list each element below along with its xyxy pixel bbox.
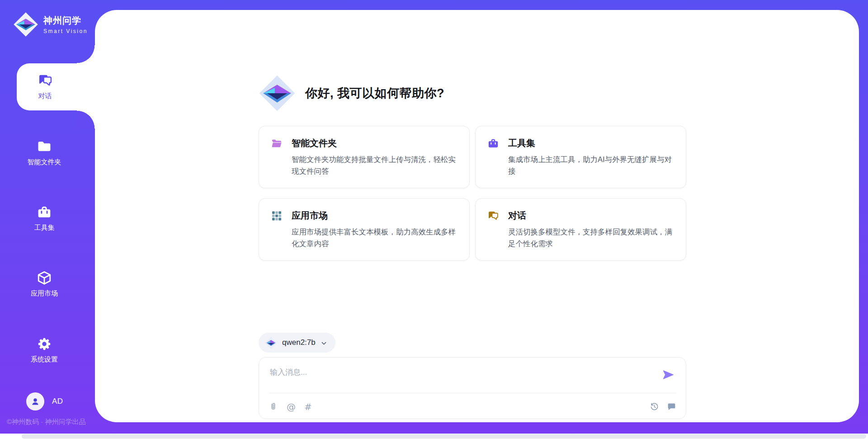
greeting-logo-diamond-icon: [259, 75, 296, 112]
hash-icon[interactable]: #: [304, 402, 312, 411]
card-title: 应用市场: [292, 210, 328, 222]
greeting-title: 你好, 我可以如何帮助你?: [305, 85, 444, 101]
history-icon[interactable]: [650, 402, 659, 411]
sidebar-item-label: 智能文件夹: [28, 158, 61, 167]
message-input[interactable]: [259, 358, 686, 391]
model-selector[interactable]: qwen2:7b: [259, 333, 335, 353]
user-profile[interactable]: AD: [26, 392, 95, 410]
sidebar-item-app-market[interactable]: 应用市场: [0, 261, 95, 307]
greeting: 你好, 我可以如何帮助你?: [259, 75, 686, 112]
card-description: 集成市场上主流工具，助力AI与外界无缝扩展与对接: [508, 154, 674, 177]
card-smart-folder[interactable]: 智能文件夹 智能文件夹功能支持批量文件上传与清洗，轻松实现文件问答: [259, 126, 470, 188]
tab-curve-bottom: [77, 110, 95, 129]
scrollbar-thumb[interactable]: [22, 434, 866, 439]
briefcase-icon: [487, 138, 499, 149]
grid-icon: [271, 210, 283, 222]
sidebar-item-label: 工具集: [34, 224, 55, 232]
horizontal-scrollbar[interactable]: [0, 434, 868, 439]
brand-logo-diamond-icon: [13, 12, 38, 37]
card-description: 智能文件夹功能支持批量文件上传与清洗，轻松实现文件问答: [292, 154, 458, 177]
brand-text: 神州问学 Smart Vision: [43, 12, 88, 34]
cube-icon: [37, 270, 52, 286]
copyright-text: ©神州数码 · 神州问学出品: [7, 418, 95, 426]
card-toolset[interactable]: 工具集 集成市场上主流工具，助力AI与外界无缝扩展与对接: [475, 126, 686, 188]
model-logo-diamond-icon: [265, 337, 277, 349]
card-title: 对话: [508, 210, 526, 222]
app-background: 神州问学 Smart Vision 对话 智能文件夹: [0, 0, 868, 434]
card-description: 灵活切换多模型文件，支持多样回复效果调试，满足个性化需求: [508, 226, 674, 249]
card-chat[interactable]: 对话 灵活切换多模型文件，支持多样回复效果调试，满足个性化需求: [475, 198, 686, 261]
brand: 神州问学 Smart Vision: [0, 0, 95, 63]
brand-title: 神州问学: [43, 14, 88, 27]
sidebar-item-label: 应用市场: [31, 289, 58, 298]
send-icon: [662, 368, 675, 381]
feature-cards: 智能文件夹 智能文件夹功能支持批量文件上传与清洗，轻松实现文件问答: [259, 126, 686, 261]
main-panel: 你好, 我可以如何帮助你? 智能文件夹 智能文件夹功能支持批量文件上传与清洗，轻…: [95, 10, 859, 422]
model-name: qwen2:7b: [282, 338, 316, 347]
card-app-market[interactable]: 应用市场 应用市场提供丰富长文本模板，助力高效生成多样化文章内容: [259, 198, 470, 261]
message-icon[interactable]: [667, 402, 676, 411]
folder-icon: [37, 139, 52, 154]
content-column: 你好, 我可以如何帮助你? 智能文件夹 智能文件夹功能支持批量文件上传与清洗，轻…: [259, 10, 686, 419]
attachment-icon[interactable]: [269, 402, 278, 411]
sidebar-item-label: 系统设置: [31, 355, 58, 364]
send-button[interactable]: [662, 368, 675, 381]
sidebar-item-settings[interactable]: 系统设置: [0, 327, 95, 373]
brand-subtitle: Smart Vision: [43, 28, 88, 34]
sidebar-item-smart-folder[interactable]: 智能文件夹: [0, 129, 95, 176]
sidebar-item-toolset[interactable]: 工具集: [0, 195, 95, 242]
composer-toolbar-right: [650, 402, 676, 411]
gear-icon: [37, 336, 52, 352]
folder-open-icon: [271, 138, 283, 149]
chat-bubbles-icon: [487, 210, 499, 222]
message-composer: @ #: [259, 357, 686, 419]
avatar: [26, 392, 44, 410]
composer-toolbar: @ #: [269, 393, 676, 420]
card-title: 工具集: [508, 137, 535, 149]
sidebar: 神州问学 Smart Vision 对话 智能文件夹: [0, 0, 95, 434]
card-description: 应用市场提供丰富长文本模板，助力高效生成多样化文章内容: [292, 226, 458, 249]
card-title: 智能文件夹: [292, 137, 337, 149]
mention-icon[interactable]: @: [287, 402, 296, 411]
sidebar-item-chat[interactable]: 对话: [17, 63, 95, 110]
person-icon: [30, 396, 41, 407]
briefcase-icon: [37, 205, 52, 220]
user-name: AD: [52, 397, 63, 406]
sidebar-item-label: 对话: [38, 92, 52, 100]
chevron-down-icon: [321, 339, 327, 347]
chat-bubbles-icon: [38, 73, 53, 88]
